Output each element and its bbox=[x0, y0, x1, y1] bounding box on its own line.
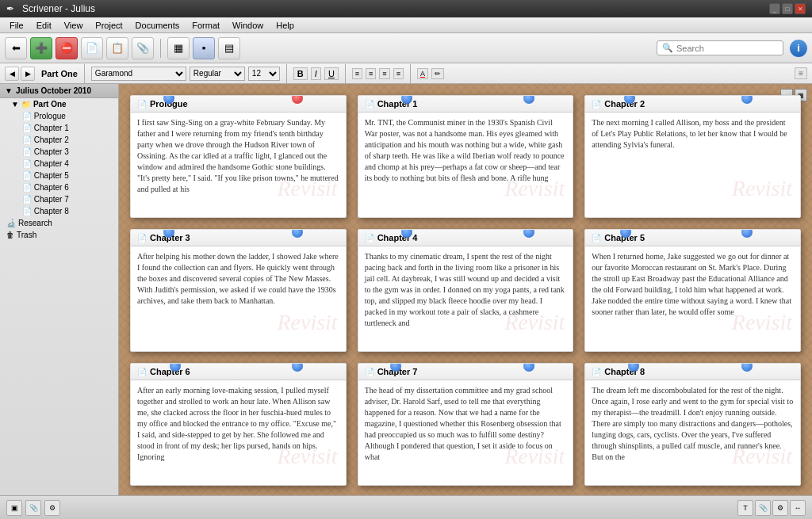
search-box: 🔍 bbox=[657, 40, 783, 55]
info-button[interactable]: i bbox=[790, 40, 807, 57]
align-right-button[interactable]: ≡ bbox=[379, 68, 389, 79]
status-right: T 📎 ⚙ ↔ bbox=[737, 500, 806, 516]
card-pin-right bbox=[523, 229, 534, 238]
underline-button[interactable]: U bbox=[324, 67, 339, 80]
sidebar-chapter8[interactable]: 📄 Chapter 8 bbox=[0, 205, 118, 217]
sidebar: ▼ Julius October 2010 ▼ 📁 Part One 📄 Pro… bbox=[0, 84, 119, 495]
separator-4 bbox=[345, 64, 346, 83]
word-count-toggle[interactable]: ≡ bbox=[795, 67, 807, 79]
font-select[interactable]: Garamond bbox=[91, 67, 186, 81]
sidebar-chapter3[interactable]: 📄 Chapter 3 bbox=[0, 146, 118, 158]
card-chapter3[interactable]: 📄 Chapter 3 After helping his mother dow… bbox=[130, 229, 347, 352]
status-btn-text[interactable]: T bbox=[737, 500, 753, 516]
nav-forward-button[interactable]: ▶ bbox=[21, 67, 35, 81]
sidebar-chapter4[interactable]: 📄 Chapter 4 bbox=[0, 158, 118, 170]
layout-single-button[interactable]: ▪ bbox=[193, 37, 215, 59]
menu-edit[interactable]: Edit bbox=[30, 19, 58, 32]
cork-board: 📄 Prologue I first saw Sing-Sing on a gr… bbox=[127, 92, 804, 489]
sidebar-chapter5[interactable]: 📄 Chapter 5 bbox=[0, 170, 118, 181]
menu-documents[interactable]: Documents bbox=[129, 19, 186, 32]
status-btn-2[interactable]: 📎 bbox=[25, 500, 41, 516]
card-chapter2[interactable]: 📄 Chapter 2 The next morning I called Al… bbox=[584, 95, 801, 218]
sidebar-chapter6[interactable]: 📄 Chapter 6 bbox=[0, 181, 118, 193]
size-select[interactable]: 12 bbox=[248, 67, 280, 81]
highlight-button[interactable]: ✏ bbox=[431, 68, 444, 79]
status-btn-4[interactable]: 📎 bbox=[755, 500, 771, 516]
align-center-button[interactable]: ≡ bbox=[366, 68, 376, 79]
snapshot-button[interactable]: 📄 bbox=[81, 37, 103, 59]
sidebar-chapter1[interactable]: 📄 Chapter 1 bbox=[0, 122, 118, 134]
back-button[interactable]: ⬅ bbox=[5, 37, 27, 59]
search-input[interactable] bbox=[676, 44, 779, 53]
title-bar: ✒ Scrivener - Julius _ □ ✕ bbox=[0, 0, 812, 17]
layout-grid-button[interactable]: ▦ bbox=[167, 37, 190, 59]
card-chapter5[interactable]: 📄 Chapter 5 When I returned home, Jake s… bbox=[584, 229, 801, 352]
menu-window[interactable]: Window bbox=[226, 19, 270, 32]
menu-view[interactable]: View bbox=[58, 19, 90, 32]
card-pin-right bbox=[523, 363, 534, 372]
toolbar: ⬅ ➕ ⛔ 📄 📋 📎 ▦ ▪ ▤ 🔍 i bbox=[0, 33, 812, 63]
card-body-chapter3: After helping his mother down the ladder… bbox=[131, 246, 346, 349]
style-select[interactable]: Regular bbox=[190, 67, 245, 81]
doc-icon: 📄 bbox=[22, 183, 32, 192]
menu-help[interactable]: Help bbox=[270, 19, 301, 32]
sidebar-chapter2[interactable]: 📄 Chapter 2 bbox=[0, 134, 118, 146]
separator-5 bbox=[410, 64, 411, 83]
status-btn-3[interactable]: ⚙ bbox=[44, 500, 60, 516]
part-one-header[interactable]: ▼ 📁 Part One bbox=[0, 98, 118, 110]
card-header-chapter8: 📄 Chapter 8 bbox=[585, 364, 800, 380]
card-pin-right bbox=[292, 95, 303, 104]
align-justify-button[interactable]: ≡ bbox=[393, 68, 404, 79]
menu-project[interactable]: Project bbox=[89, 19, 128, 32]
trash-icon: 🗑 bbox=[6, 231, 14, 239]
part-one-label: Part One bbox=[33, 100, 67, 109]
card-header-chapter2: 📄 Chapter 2 bbox=[585, 96, 800, 113]
card-body-chapter7: The head of my dissertation committee an… bbox=[358, 380, 573, 483]
text-color-button[interactable]: A bbox=[417, 68, 428, 79]
card-chapter4[interactable]: 📄 Chapter 4 Thanks to my cinematic dream… bbox=[358, 229, 574, 352]
italic-button[interactable]: I bbox=[311, 67, 321, 80]
layout-split-button[interactable]: ▤ bbox=[218, 37, 240, 59]
app-icon: ✒ bbox=[6, 3, 17, 14]
delete-button[interactable]: ⛔ bbox=[56, 37, 78, 59]
separator-2 bbox=[84, 64, 85, 83]
sidebar-research[interactable]: 🔬 Research bbox=[0, 217, 118, 229]
card-body-chapter2: The next morning I called Allison, my bo… bbox=[585, 113, 800, 216]
card-chapter8[interactable]: 📄 Chapter 8 The dream left me discombobu… bbox=[584, 363, 801, 486]
align-left-button[interactable]: ≡ bbox=[352, 68, 362, 79]
nav-back-button[interactable]: ◀ bbox=[5, 67, 19, 81]
window-controls: _ □ ✕ bbox=[769, 3, 806, 14]
search-icon: 🔍 bbox=[662, 43, 673, 53]
sidebar-trash[interactable]: 🗑 Trash bbox=[0, 229, 118, 241]
status-btn-5[interactable]: ⚙ bbox=[772, 500, 788, 516]
doc-icon: 📄 bbox=[22, 135, 32, 144]
project-header[interactable]: ▼ Julius October 2010 bbox=[0, 84, 118, 98]
card-body-prologue: I first saw Sing-Sing on a gray-white Fe… bbox=[131, 113, 346, 216]
minimize-button[interactable]: _ bbox=[769, 3, 780, 14]
menu-file[interactable]: File bbox=[3, 19, 30, 32]
separator-3 bbox=[286, 64, 287, 83]
card-chapter7[interactable]: 📄 Chapter 7 The head of my dissertation … bbox=[358, 363, 574, 486]
reference-button[interactable]: 📋 bbox=[106, 37, 128, 59]
add-button[interactable]: ➕ bbox=[30, 37, 52, 59]
card-doc-icon: 📄 bbox=[592, 368, 601, 376]
status-btn-1[interactable]: ▣ bbox=[6, 500, 22, 516]
card-prologue[interactable]: 📄 Prologue I first saw Sing-Sing on a gr… bbox=[130, 95, 347, 218]
close-button[interactable]: ✕ bbox=[795, 3, 806, 14]
doc-icon: 📄 bbox=[22, 195, 32, 204]
card-header-chapter5: 📄 Chapter 5 bbox=[585, 230, 800, 246]
sidebar-chapter7[interactable]: 📄 Chapter 7 bbox=[0, 193, 118, 205]
sidebar-prologue[interactable]: 📄 Prologue bbox=[0, 110, 118, 122]
doc-icon: 📄 bbox=[22, 124, 32, 132]
card-chapter1[interactable]: 📄 Chapter 1 Mr. TNT, the Communist miner… bbox=[358, 95, 574, 218]
maximize-button[interactable]: □ bbox=[782, 3, 793, 14]
bold-button[interactable]: B bbox=[293, 67, 308, 80]
folder-triangle-icon: ▼ bbox=[11, 100, 19, 109]
nav-buttons: ◀ ▶ bbox=[5, 67, 35, 81]
status-btn-6[interactable]: ↔ bbox=[790, 500, 806, 516]
card-doc-icon: 📄 bbox=[365, 234, 374, 242]
card-doc-icon: 📄 bbox=[137, 234, 147, 242]
attach-button[interactable]: 📎 bbox=[132, 37, 154, 59]
menu-format[interactable]: Format bbox=[186, 19, 226, 32]
card-chapter6[interactable]: 📄 Chapter 6 After an early morning love-… bbox=[130, 363, 347, 486]
